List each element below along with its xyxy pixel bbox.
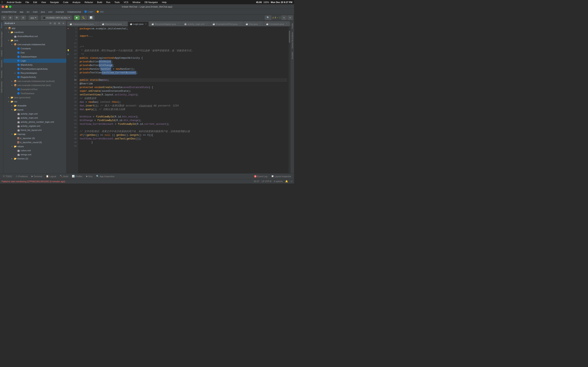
menu-view[interactable]: View [40, 1, 47, 3]
breadcrumb-login[interactable]: 🔵 Login [84, 10, 93, 13]
tab-constants[interactable]: ☕ Constants.java ✕ [264, 21, 290, 26]
tab-close-icon[interactable]: ✕ [259, 23, 261, 25]
breadcrumb-main[interactable]: main [33, 11, 38, 13]
tab-close-icon[interactable]: ✕ [123, 23, 125, 25]
sidebar-build-variants-label[interactable]: Build Variants [0, 80, 3, 94]
tab-exampleunittest[interactable]: ☕ ExampleUnitTest.java ✕ [210, 21, 243, 26]
sidebar-gradle[interactable]: Gradle [291, 22, 294, 30]
menu-vcs[interactable]: VCS [123, 1, 129, 3]
tree-item-login[interactable]: ▸ 🔵 Login [3, 59, 66, 63]
sidebar-favorites-label[interactable]: Favorites [0, 69, 3, 80]
todo-tab[interactable]: ☑ TODO [1, 174, 14, 179]
layout-inspector-tab[interactable]: 🔲 Layout Inspector [269, 174, 293, 179]
tab-dao[interactable]: ☕ Dao.java ✕ [243, 21, 263, 26]
traffic-lights[interactable] [2, 6, 11, 8]
menu-analyze[interactable]: Analyze [72, 1, 81, 3]
menu-refactor[interactable]: Refactor [84, 1, 94, 3]
tree-item-colors-xml[interactable]: ▸ 🤖 colors.xml [3, 149, 66, 152]
breadcrumb-imitatewechat2[interactable]: imitatewechat [67, 11, 81, 13]
tree-item-package-android[interactable]: ▸ 📦 com.example.imitatewechat (android) [3, 79, 66, 83]
up-button[interactable]: ∧ [281, 16, 287, 20]
breadcrumb-java[interactable]: java [41, 11, 45, 13]
build-tab[interactable]: 🔨 Build [58, 174, 70, 179]
menu-code[interactable]: Code [62, 1, 69, 3]
sidebar-structure-label[interactable]: Structure [0, 58, 3, 69]
settings-button[interactable]: ⚙ [14, 16, 20, 20]
tree-item-phonenumberloginactivity[interactable]: ▸ 🔵 PhoneNumberLoginActivity [3, 67, 66, 71]
tree-item-dao[interactable]: ▸ 🔵 Dao [3, 50, 66, 55]
tab-close-icon[interactable]: ✕ [145, 23, 147, 25]
proj-sync-btn[interactable]: ⟳ [49, 22, 52, 25]
menu-build[interactable]: Build [96, 1, 103, 3]
tree-item-mainactivity[interactable]: ▸ 🔵 MainActivity [3, 63, 66, 67]
proj-collapse-btn[interactable]: ⊟ [53, 22, 57, 25]
tab-close-icon[interactable]: ✕ [286, 23, 287, 25]
tree-item-constants[interactable]: ▸ 🔵 Constants [3, 47, 66, 50]
tree-item-testdatabase[interactable]: ▸ 🔵 TestDatabase [3, 91, 66, 95]
tree-item-activity-login-xml[interactable]: ▸ 🤖 activity_login.xml [3, 112, 66, 116]
problems-tab[interactable]: ⚠ Problems [14, 174, 29, 179]
down-button[interactable]: ∨ [287, 16, 293, 20]
tree-item-exampleunittest[interactable]: ▸ 🔵 ExampleUnitTest [3, 87, 66, 91]
tree-item-registeractivity[interactable]: ▸ 🔵 RegisterActivity [3, 75, 66, 79]
breadcrumb-imitatewechat[interactable]: ImitateWeChat [2, 11, 17, 13]
breadcrumb-src[interactable]: src [26, 11, 30, 13]
tree-item-activity-phone-xml[interactable]: ▸ 🤖 activity_phone_number_login.xml [3, 120, 66, 124]
debug-button[interactable]: 🐛 [80, 16, 87, 20]
tab-close-icon[interactable]: ✕ [178, 23, 179, 25]
tab-login[interactable]: ☕ Login.java ✕ [128, 21, 149, 26]
run-tab[interactable]: ▶ Run [85, 174, 94, 179]
breadcrumb-example[interactable]: example [56, 11, 64, 13]
event-log-tab[interactable]: 5 Event Log [252, 174, 269, 179]
tree-item-recycleradapter[interactable]: ▸ 🔵 RecyclerAdapter [3, 71, 66, 75]
tab-activity-login-xml[interactable]: 🤖 activity_login.xml ✕ [182, 21, 210, 26]
tree-item-package-main[interactable]: ▾ 📦 com.example.imitatewechat [3, 42, 66, 47]
app-inspection-tab[interactable]: 🔍 App Inspection [95, 174, 116, 179]
proj-close-btn[interactable]: ✕ [61, 22, 65, 25]
tree-item-ic-launcher[interactable]: ▸ 🖼 ic_launcher (6) [3, 136, 66, 140]
profile-button[interactable]: 📊 [88, 16, 94, 20]
tab-databasehelper[interactable]: ☕ DatabaseHelper.java ✕ [67, 21, 99, 26]
android-dropdown[interactable]: Android ▾ [4, 22, 15, 25]
tree-item-activity-main-xml[interactable]: ▸ 🤖 activity_main.xml [3, 116, 66, 120]
proj-settings-btn[interactable]: ⚙ [57, 22, 61, 25]
menu-window[interactable]: Window [132, 1, 141, 3]
breadcrumb-com[interactable]: com [48, 11, 52, 13]
tree-item-layout[interactable]: ▾ 📂 layout [3, 108, 66, 112]
minimize-button[interactable] [5, 6, 8, 8]
tab-recycleradapter[interactable]: ☕ RecyclerAdapter.java ✕ [149, 21, 182, 26]
collapse-button[interactable]: ⊟ [20, 16, 26, 20]
tree-item-drawable[interactable]: ▸ 📂 drawable [3, 104, 66, 108]
sidebar-device-file-explorer[interactable]: Device File Explorer [291, 31, 294, 49]
sidebar-project-label[interactable]: Project [0, 21, 3, 30]
tree-item-java-generated[interactable]: ▸ 📂 java (generated) [3, 95, 66, 100]
tab-close-icon[interactable]: ✕ [239, 23, 241, 25]
tab-mainactivity[interactable]: ☕ MainActivity.java ✕ [100, 21, 127, 26]
menu-android-studio[interactable]: Android Studio [6, 1, 22, 3]
run-button[interactable]: ▶ [74, 16, 80, 20]
tree-item-themes[interactable]: ▸ 📂 themes (2) [3, 157, 66, 161]
close-button[interactable] [2, 6, 4, 8]
apple-menu[interactable]:  [2, 1, 3, 4]
menu-edit[interactable]: Edit [33, 1, 38, 3]
tree-item-androidmanifest[interactable]: ▸ 🤖 AndroidManifest.xml [3, 34, 66, 38]
logcat-tab[interactable]: 📋 Logcat [44, 174, 58, 179]
tab-close-icon[interactable]: ✕ [95, 23, 97, 25]
maximize-button[interactable] [9, 6, 11, 8]
tab-close-icon[interactable]: ✕ [206, 23, 208, 25]
menu-help[interactable]: Help [161, 1, 167, 3]
tree-item-app[interactable]: ▾ 📦 app [3, 26, 66, 30]
menu-file[interactable]: File [25, 1, 30, 3]
tree-item-strings-xml[interactable]: ▸ 🤖 strings.xml [3, 152, 66, 157]
device-dropdown[interactable]: 📱 HUAWEI HRY-AL00a [41, 16, 71, 20]
tree-item-res[interactable]: ▾ 📂 res [3, 100, 66, 104]
menu-run[interactable]: Run [105, 1, 111, 3]
tree-item-values[interactable]: ▾ 📂 values [3, 144, 66, 149]
profiler-tab[interactable]: 📊 Profiler [70, 174, 84, 179]
sidebar-emulator[interactable]: Emulator [291, 51, 294, 60]
breadcrumb-app[interactable]: app [20, 11, 23, 13]
sync-button[interactable]: ⟳ [1, 16, 7, 20]
code-area[interactable]: package com.example.imitatewechat; impor… [78, 26, 289, 173]
layout-button[interactable]: ⊞ [8, 16, 13, 20]
tree-item-manifests[interactable]: ▾ 📂 manifests [3, 30, 66, 34]
